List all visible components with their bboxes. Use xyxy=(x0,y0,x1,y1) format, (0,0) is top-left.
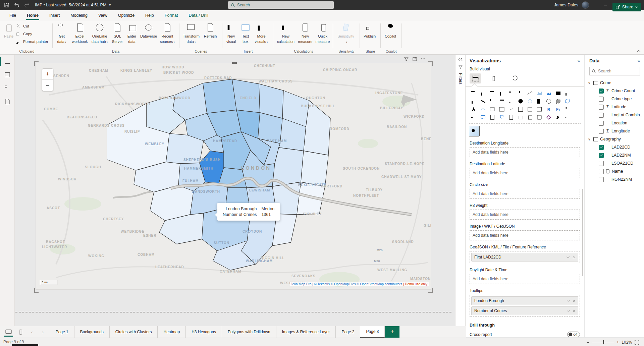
kpi-icon[interactable] xyxy=(506,105,516,113)
field-row-location[interactable]: Location xyxy=(585,119,644,127)
save-icon[interactable] xyxy=(4,2,9,8)
table-row-crime[interactable]: ∨Crime xyxy=(585,79,644,87)
decomposition-tree-icon[interactable] xyxy=(469,113,478,121)
field-row-rgn22nm[interactable]: RGN22NM xyxy=(585,175,644,183)
field-well-empty[interactable]: Add data fields here xyxy=(470,274,580,284)
redo-icon[interactable] xyxy=(24,2,30,8)
field-row-latitude[interactable]: ΣLatitude xyxy=(585,103,644,111)
selection-handle[interactable] xyxy=(428,288,433,293)
donut-chart-icon[interactable] xyxy=(525,97,535,105)
ribbon-tab-help[interactable]: Help xyxy=(141,10,159,21)
field-well-empty[interactable]: Add data fields here xyxy=(470,230,580,240)
filled-map-icon[interactable] xyxy=(553,97,563,105)
chevron-down-icon[interactable] xyxy=(566,309,570,313)
format-painter-button[interactable]: Format painter xyxy=(15,39,48,44)
matrix-icon[interactable] xyxy=(535,105,544,113)
key-influencers-icon[interactable] xyxy=(563,105,572,113)
page-tab-polygons-with-drilldown[interactable]: Polygons with Drilldown xyxy=(222,326,276,338)
new-visual-button[interactable]: Newvisual xyxy=(223,21,239,48)
field-well-empty[interactable]: Add data fields here xyxy=(470,168,580,178)
filters-icon[interactable] xyxy=(458,64,463,69)
focus-mode-icon[interactable] xyxy=(412,56,417,61)
dax-query-view-icon[interactable] xyxy=(0,95,15,108)
copilot-button[interactable]: Copilot xyxy=(382,21,399,48)
minimize-button[interactable] xyxy=(598,0,613,10)
field-checkbox[interactable] xyxy=(599,129,604,134)
multi-row-card-icon[interactable] xyxy=(497,105,506,113)
remove-field-icon[interactable] xyxy=(572,309,576,313)
field-checkbox[interactable] xyxy=(599,121,604,126)
pane-scrollbar[interactable] xyxy=(582,189,583,276)
streaming-card-icon[interactable]: 123 xyxy=(516,113,525,121)
format-visual-tab[interactable] xyxy=(490,73,501,83)
chevron-expanded-icon[interactable]: ∨ xyxy=(588,81,591,85)
ribbon-chart-icon[interactable] xyxy=(478,97,488,105)
field-checkbox[interactable] xyxy=(599,169,604,174)
map-zoom-out-button[interactable]: − xyxy=(42,80,53,91)
selection-handle-top[interactable] xyxy=(232,62,237,64)
global-search[interactable] xyxy=(228,1,334,9)
stacked-column-chart-icon[interactable] xyxy=(478,89,488,97)
arcgis-map-icon[interactable] xyxy=(535,113,544,121)
undo-icon[interactable] xyxy=(14,2,19,8)
borough-polygon[interactable] xyxy=(232,79,260,113)
new-calculation-button[interactable]: fxNewcalculation xyxy=(275,21,297,48)
line-chart-icon[interactable] xyxy=(525,89,535,97)
selection-handle[interactable] xyxy=(428,61,433,66)
recent-sources-button[interactable]: Recentsources▾ xyxy=(158,21,176,48)
slicer-icon[interactable] xyxy=(516,105,525,113)
refresh-button[interactable]: Refresh xyxy=(202,21,219,48)
field-checkbox[interactable] xyxy=(599,113,604,118)
ribbon-tab-view[interactable]: View xyxy=(94,10,112,21)
area-chart-icon[interactable] xyxy=(535,89,544,97)
sensitivity-button[interactable]: Sensitivity ▾ xyxy=(334,21,358,48)
page-tab-h3-hexagons[interactable]: H3 Hexagons xyxy=(186,326,222,338)
100-stacked-area-chart-icon[interactable] xyxy=(553,89,563,97)
map-zoom-in-button[interactable]: + xyxy=(42,69,53,80)
build-visual-tab[interactable] xyxy=(470,73,481,83)
page-tab-page-3[interactable]: Page 3 xyxy=(360,326,385,338)
ribbon-tab-format[interactable]: Format xyxy=(160,10,183,21)
borough-polygon[interactable] xyxy=(301,151,328,186)
field-checkbox[interactable] xyxy=(599,105,604,110)
excel-button[interactable]: XExcelworkbook xyxy=(70,21,89,48)
report-canvas[interactable]: HOW WOODKINGS LANGLEYBRICKET WOODCHESHAM… xyxy=(15,55,455,326)
python-visual-icon[interactable]: Py xyxy=(553,105,563,113)
get-data-button[interactable]: Getdata▾ xyxy=(53,21,70,48)
collapse-visualizations-icon[interactable]: » xyxy=(578,58,580,63)
field-row-lnglat-combin-[interactable]: LngLat Combin... xyxy=(585,111,644,119)
field-well[interactable]: First LAD22CD xyxy=(470,251,580,263)
field-well-empty[interactable]: Add data fields here xyxy=(470,210,580,220)
borough-polygon[interactable] xyxy=(203,79,236,113)
power-automate-icon[interactable] xyxy=(553,113,563,121)
map-icon[interactable] xyxy=(544,97,553,105)
field-row-lad22nm[interactable]: LAD22NM xyxy=(585,151,644,159)
r-script-icon[interactable]: R xyxy=(544,105,553,113)
streaming-slicer-icon[interactable] xyxy=(525,113,535,121)
remove-field-icon[interactable] xyxy=(572,255,576,259)
field-pill[interactable]: First LAD22CD xyxy=(471,253,578,262)
zoom-out-icon[interactable]: – xyxy=(587,340,589,345)
cross-report-toggle[interactable]: Off xyxy=(567,332,580,337)
field-row-lad22cd[interactable]: LAD22CD xyxy=(585,143,644,151)
shape-map-icon[interactable] xyxy=(563,97,572,105)
smart-narrative-icon[interactable] xyxy=(488,113,497,121)
prev-page-icon[interactable]: ‹ xyxy=(30,330,34,335)
dataverse-button[interactable]: Dataverse xyxy=(139,21,158,48)
field-row-lsoa21cd[interactable]: LSOA21CD xyxy=(585,159,644,167)
field-row-longitude[interactable]: ΣLongitude xyxy=(585,127,644,135)
field-row-name[interactable]: Name xyxy=(585,167,644,175)
selection-handle[interactable] xyxy=(34,288,39,293)
clustered-column-chart-icon[interactable] xyxy=(497,89,506,97)
collapse-data-icon[interactable]: » xyxy=(638,58,640,63)
page-tab-heatmap[interactable]: Heatmap xyxy=(158,326,186,338)
filters-pane-title[interactable]: Filters xyxy=(458,73,463,84)
attribution-links[interactable]: Icon Map Pro | © Tekantis © OpenMapTiles… xyxy=(291,282,403,286)
model-view-icon[interactable] xyxy=(0,81,15,95)
expand-filters-icon[interactable] xyxy=(458,57,463,61)
field-checkbox[interactable] xyxy=(599,177,604,182)
more-visual-options-icon[interactable] xyxy=(563,113,572,121)
scatter-chart-icon[interactable] xyxy=(506,97,516,105)
report-view-icon[interactable] xyxy=(0,55,15,68)
page-tab-circles-with-clusters[interactable]: Circles with Clusters xyxy=(110,326,158,338)
